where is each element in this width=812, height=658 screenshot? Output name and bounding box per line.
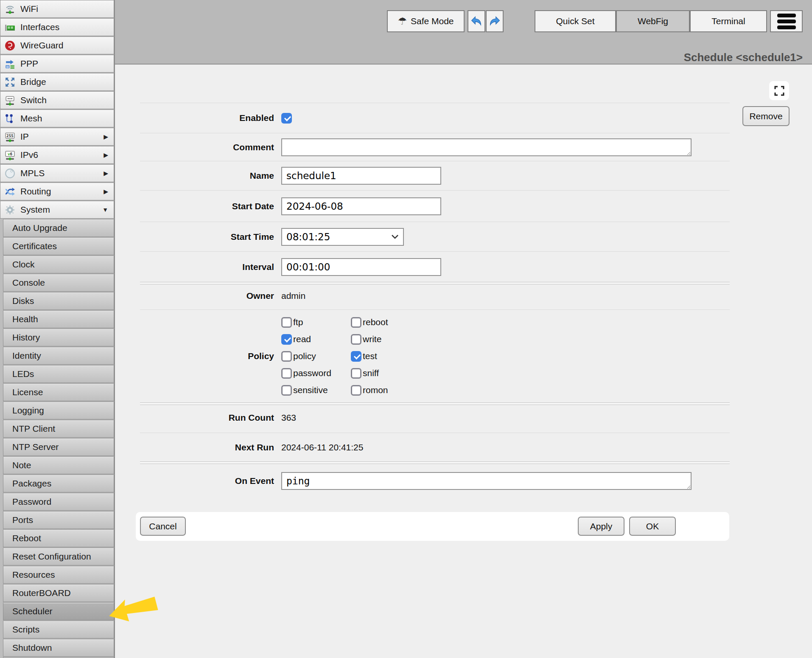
interfaces-icon xyxy=(4,22,16,33)
undo-icon xyxy=(470,15,483,28)
switch-icon xyxy=(4,95,16,106)
form-row-comment: Comment xyxy=(140,133,730,161)
sidebar-item-routing[interactable]: Routing ▶ xyxy=(0,183,114,200)
sidebar-subitem[interactable]: Resources xyxy=(3,566,114,584)
sidebar-subitem[interactable]: Console xyxy=(3,274,114,292)
sidebar-subitem[interactable]: NTP Client xyxy=(3,420,114,438)
ip-icon: 255 xyxy=(4,131,16,143)
sidebar-item-mpls[interactable]: MPLS ▶ xyxy=(0,164,114,182)
sidebar-subitem[interactable]: Auto Upgrade xyxy=(3,219,114,237)
umbrella-icon: ☂ xyxy=(398,15,407,27)
policy-option[interactable]: romon xyxy=(351,385,388,396)
wireguard-icon xyxy=(4,40,16,51)
policy-option[interactable]: write xyxy=(351,334,388,345)
form-row-name: Name xyxy=(140,161,730,190)
remove-button[interactable]: Remove xyxy=(742,106,790,126)
policy-checkbox[interactable] xyxy=(351,368,361,379)
field-label-owner: Owner xyxy=(140,291,274,301)
on-event-textarea[interactable]: ping xyxy=(281,472,692,490)
sidebar-subitem[interactable]: Password xyxy=(3,493,114,511)
policy-checkbox[interactable] xyxy=(351,351,361,362)
sidebar-item-system[interactable]: System ▼ xyxy=(0,201,114,219)
enabled-checkbox[interactable] xyxy=(281,113,292,124)
sidebar-subitem[interactable]: Packages xyxy=(3,475,114,492)
policy-option[interactable]: sniff xyxy=(351,368,388,379)
policy-option[interactable]: sensitive xyxy=(281,385,351,396)
sidebar-subitem[interactable]: Certificates xyxy=(3,237,114,255)
sidebar-item-mesh[interactable]: Mesh xyxy=(0,110,114,127)
sidebar-subitem[interactable]: Reboot xyxy=(3,529,114,547)
comment-textarea[interactable] xyxy=(281,138,692,156)
sidebar-item-bridge[interactable]: Bridge xyxy=(0,73,114,91)
tab-webfig[interactable]: WebFig xyxy=(616,10,690,32)
sidebar-item-wifi[interactable]: WiFi xyxy=(0,0,114,18)
menu-button[interactable] xyxy=(770,10,803,32)
sidebar-subitem[interactable]: Health xyxy=(3,310,114,328)
tab-terminal[interactable]: Terminal xyxy=(690,10,767,32)
sidebar-item-ppp[interactable]: PPP xyxy=(0,55,114,73)
redo-button[interactable] xyxy=(486,10,504,32)
sidebar-subitem[interactable]: Disks xyxy=(3,292,114,310)
start-time-value: 08:01:25 xyxy=(286,231,330,242)
apply-button[interactable]: Apply xyxy=(578,517,624,536)
tab-quick-set[interactable]: Quick Set xyxy=(535,10,616,32)
sidebar-subitem[interactable]: Scripts xyxy=(3,621,114,638)
sidebar-subitem[interactable]: Clock xyxy=(3,256,114,273)
policy-checkbox[interactable] xyxy=(281,385,292,396)
sidebar-subitem[interactable]: Shutdown xyxy=(3,639,114,657)
ok-button[interactable]: OK xyxy=(629,517,676,536)
sidebar-subitem[interactable]: License xyxy=(3,383,114,401)
system-submenu: Auto Upgrade Certificates Clock Console … xyxy=(0,219,114,657)
sidebar-subitem[interactable]: Reset Configuration xyxy=(3,548,114,565)
cancel-button[interactable]: Cancel xyxy=(140,517,186,536)
policy-checkbox[interactable] xyxy=(351,385,361,396)
form-row-policy: Policy ftp reboot read xyxy=(140,309,730,402)
field-label-comment: Comment xyxy=(140,142,274,152)
sidebar-subitem[interactable]: Note xyxy=(3,456,114,474)
sidebar-item-switch[interactable]: Switch xyxy=(0,91,114,109)
policy-option[interactable]: test xyxy=(351,351,388,362)
topbar: ☂ Safe Mode Quick Set WebFig Terminal Sc… xyxy=(115,0,812,65)
sidebar-subitem[interactable]: Scheduler xyxy=(3,602,114,620)
sidebar-subitem[interactable]: Identity xyxy=(3,347,114,365)
policy-checkbox[interactable] xyxy=(281,334,292,345)
sidebar-item-interfaces[interactable]: Interfaces xyxy=(0,18,114,36)
name-input[interactable] xyxy=(281,167,441,185)
sidebar-subitem[interactable]: Ports xyxy=(3,511,114,529)
policy-option[interactable]: password xyxy=(281,368,351,379)
field-label-name: Name xyxy=(140,171,274,181)
safe-mode-button[interactable]: ☂ Safe Mode xyxy=(387,10,465,32)
sidebar-item-wireguard[interactable]: WireGuard xyxy=(0,37,114,54)
policy-option[interactable]: ftp xyxy=(281,317,351,328)
policy-checkbox[interactable] xyxy=(281,351,292,362)
sidebar-item-ipv6[interactable]: v6 IPv6 ▶ xyxy=(0,146,114,164)
policy-checkbox[interactable] xyxy=(351,334,361,345)
start-time-select[interactable]: 08:01:25 xyxy=(281,228,404,246)
field-label-next-run: Next Run xyxy=(140,442,274,453)
field-label-start-time: Start Time xyxy=(140,232,274,242)
policy-checkbox[interactable] xyxy=(281,368,292,379)
start-date-input[interactable] xyxy=(281,197,441,215)
chevron-down-icon xyxy=(391,234,399,239)
sidebar-subitem[interactable]: NTP Server xyxy=(3,438,114,456)
field-label-policy: Policy xyxy=(140,351,274,361)
sidebar-subitem[interactable]: Logging xyxy=(3,402,114,419)
sidebar-subitem[interactable]: RouterBOARD xyxy=(3,584,114,602)
policy-option[interactable]: policy xyxy=(281,351,351,362)
chevron-down-icon: ▼ xyxy=(102,206,108,213)
form-row-on-event: On Event ping xyxy=(140,461,730,501)
policy-option[interactable]: reboot xyxy=(351,317,388,328)
interval-input[interactable] xyxy=(281,258,441,276)
chevron-right-icon: ▶ xyxy=(104,133,108,140)
policy-option[interactable]: read xyxy=(281,334,351,345)
sidebar-subitem[interactable]: History xyxy=(3,329,114,346)
sidebar-subitem[interactable]: LEDs xyxy=(3,365,114,383)
ppp-icon xyxy=(4,58,16,70)
form-row-enabled: Enabled xyxy=(140,103,730,133)
sidebar-item-ip[interactable]: 255 IP ▶ xyxy=(0,128,114,146)
undo-button[interactable] xyxy=(468,10,485,32)
wifi-icon xyxy=(4,3,16,15)
fullscreen-button[interactable] xyxy=(769,81,789,100)
policy-checkbox[interactable] xyxy=(281,317,292,328)
policy-checkbox[interactable] xyxy=(351,317,361,328)
